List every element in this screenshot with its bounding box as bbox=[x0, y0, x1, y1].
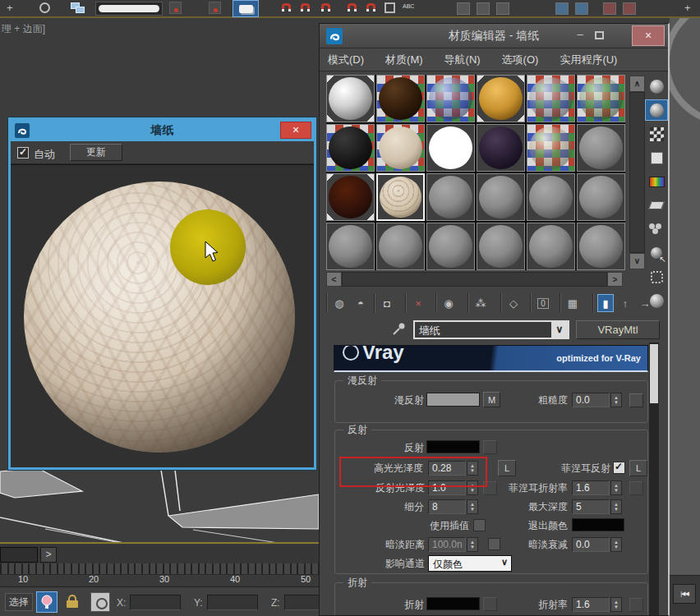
dim-distance-field[interactable]: 100.0n bbox=[428, 537, 466, 552]
dim-falloff-field[interactable]: 0.0 bbox=[572, 537, 610, 552]
toolbar-icon[interactable] bbox=[457, 2, 470, 15]
material-slot[interactable] bbox=[527, 223, 575, 270]
menu-item[interactable]: 选项(O) bbox=[502, 53, 539, 67]
snap-icon[interactable] bbox=[366, 3, 375, 11]
material-type-button[interactable]: VRayMtl bbox=[576, 320, 660, 339]
selection-mode-button[interactable] bbox=[233, 0, 259, 17]
exit-color-swatch[interactable] bbox=[572, 518, 624, 531]
hilight-gloss-spinner[interactable] bbox=[467, 461, 478, 476]
material-slot[interactable] bbox=[376, 223, 425, 270]
reflect-map-button[interactable] bbox=[483, 440, 497, 454]
preview-title-bar[interactable]: 墙纸 × bbox=[11, 120, 314, 141]
material-slot[interactable] bbox=[477, 173, 525, 221]
chevron-down-icon[interactable]: ∨ bbox=[551, 322, 568, 338]
toolbar-icon[interactable] bbox=[575, 2, 588, 15]
material-slot[interactable] bbox=[577, 75, 625, 122]
make-copy-button[interactable]: ◉ bbox=[440, 294, 457, 312]
subdivs-field[interactable]: 8 bbox=[428, 499, 466, 514]
material-slot[interactable] bbox=[477, 124, 525, 172]
max-depth-spinner[interactable] bbox=[610, 499, 622, 514]
use-interp-checkbox[interactable] bbox=[473, 519, 486, 531]
refl-gloss-spinner[interactable] bbox=[467, 480, 478, 495]
auto-checkbox[interactable] bbox=[17, 147, 29, 159]
material-slot[interactable] bbox=[577, 124, 625, 172]
scroll-down-button[interactable]: ∨ bbox=[629, 253, 645, 269]
put-to-scene-button[interactable]: ◓ bbox=[352, 294, 369, 312]
roughness-spinner[interactable] bbox=[610, 393, 622, 407]
named-selection-field[interactable] bbox=[95, 2, 163, 16]
backlight-icon[interactable] bbox=[645, 99, 668, 121]
get-material-button[interactable]: ◍ bbox=[331, 294, 348, 312]
show-end-result-button[interactable]: ▮ bbox=[597, 294, 614, 312]
spinner-snap-icon[interactable] bbox=[348, 3, 357, 11]
sample-type-icon[interactable] bbox=[645, 76, 668, 97]
material-slot[interactable] bbox=[326, 124, 375, 172]
options-icon[interactable] bbox=[645, 218, 668, 240]
material-slot[interactable] bbox=[376, 75, 425, 122]
pan-icon[interactable]: + bbox=[7, 1, 13, 16]
material-slot[interactable] bbox=[376, 124, 425, 172]
assign-to-selection-button[interactable]: ◘ bbox=[379, 294, 395, 312]
named-selection-sets-icon[interactable]: ABC bbox=[403, 3, 414, 9]
go-to-start-button[interactable]: |◀◀ bbox=[673, 584, 696, 604]
hilight-lock-button[interactable]: L bbox=[498, 460, 516, 476]
material-slot[interactable] bbox=[426, 223, 475, 270]
track-field[interactable] bbox=[0, 547, 38, 563]
subdivs-spinner[interactable] bbox=[467, 499, 478, 514]
percent-snap-icon[interactable] bbox=[321, 3, 330, 11]
close-button[interactable]: × bbox=[632, 25, 665, 46]
refract-map-button[interactable] bbox=[483, 597, 497, 611]
go-to-parent-button[interactable]: ↑ bbox=[617, 294, 633, 312]
diffuse-map-button[interactable]: M bbox=[483, 392, 500, 407]
fresnel-ior-field[interactable]: 1.6 bbox=[572, 480, 610, 495]
make-unique-button[interactable]: ⁂ bbox=[472, 294, 489, 312]
fresnel-ior-spinner[interactable] bbox=[610, 480, 622, 495]
video-color-check-icon[interactable] bbox=[645, 171, 668, 192]
scroll-up-button[interactable]: ∧ bbox=[629, 76, 645, 92]
hilight-gloss-field[interactable]: 0.28 bbox=[428, 461, 466, 476]
close-button[interactable]: × bbox=[280, 122, 311, 139]
toolbar-icon[interactable] bbox=[623, 2, 636, 15]
isolate-selection-button[interactable] bbox=[36, 591, 58, 613]
menu-item[interactable]: 材质(M) bbox=[385, 53, 423, 67]
window-icon[interactable] bbox=[76, 7, 85, 13]
material-slot[interactable] bbox=[426, 75, 475, 122]
x-coordinate-field[interactable] bbox=[130, 595, 181, 610]
dim-distance-checkbox[interactable] bbox=[488, 538, 500, 550]
uv-tiling-icon[interactable] bbox=[645, 147, 668, 168]
y-coordinate-field[interactable] bbox=[207, 595, 258, 610]
material-slot[interactable] bbox=[527, 173, 575, 221]
plus-icon[interactable]: + bbox=[684, 1, 691, 16]
angle-snap-icon[interactable] bbox=[301, 3, 310, 11]
material-slot[interactable] bbox=[326, 223, 375, 270]
menu-item[interactable]: 模式(D) bbox=[328, 53, 364, 67]
roughness-map-button[interactable] bbox=[629, 393, 643, 407]
dim-distance-spinner[interactable] bbox=[467, 537, 478, 552]
material-slot[interactable] bbox=[477, 223, 525, 270]
material-slot[interactable] bbox=[477, 75, 525, 122]
select-object-icon[interactable] bbox=[169, 2, 182, 14]
material-slot[interactable] bbox=[527, 75, 575, 122]
preview-canvas[interactable] bbox=[11, 164, 314, 467]
toolbar-icon[interactable] bbox=[496, 2, 509, 15]
fresnel-checkbox[interactable] bbox=[613, 462, 625, 474]
reset-map-button[interactable]: × bbox=[410, 294, 426, 312]
material-slot[interactable] bbox=[577, 173, 625, 221]
refract-ior-field[interactable]: 1.6 bbox=[572, 597, 610, 612]
toolbar-icon[interactable] bbox=[555, 2, 569, 15]
toolbar-icon[interactable] bbox=[477, 2, 490, 15]
material-map-navigator-icon[interactable] bbox=[645, 266, 668, 287]
generate-preview-icon[interactable] bbox=[645, 195, 668, 216]
refl-gloss-field[interactable]: 1.0 bbox=[428, 480, 466, 495]
fresnel-lock-button[interactable]: L bbox=[629, 460, 647, 476]
scroll-left-button[interactable]: < bbox=[326, 272, 342, 287]
snap-toggle-icon[interactable] bbox=[282, 3, 291, 11]
material-slot[interactable] bbox=[426, 124, 475, 172]
material-id-button[interactable]: 0 bbox=[535, 294, 551, 312]
material-slot[interactable] bbox=[577, 223, 625, 270]
roughness-field[interactable]: 0.0 bbox=[572, 393, 610, 407]
max-depth-field[interactable]: 5 bbox=[572, 499, 610, 514]
select-by-material-icon[interactable] bbox=[645, 242, 668, 264]
circle-select-icon[interactable] bbox=[39, 2, 50, 13]
dim-falloff-spinner[interactable] bbox=[610, 537, 622, 552]
